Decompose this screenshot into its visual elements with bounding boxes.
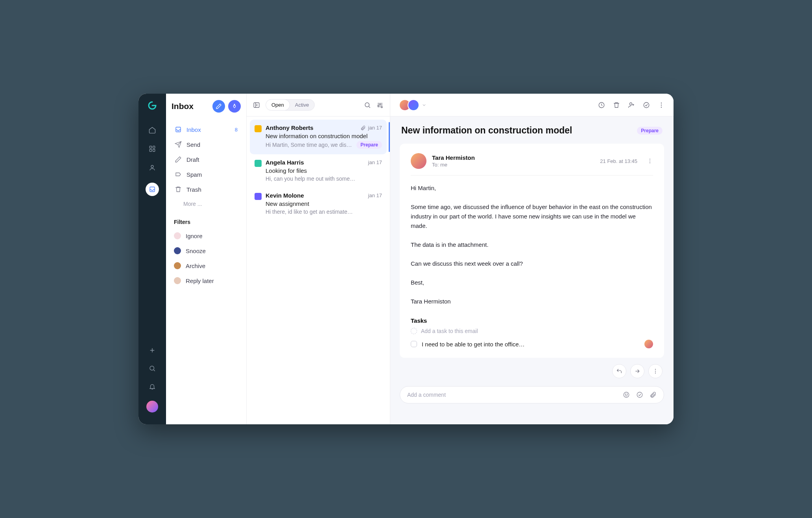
more-icon[interactable] (658, 102, 665, 109)
inbox-icon[interactable] (146, 183, 159, 196)
filter-dot (174, 277, 181, 284)
svg-point-19 (650, 161, 650, 161)
svg-point-15 (661, 102, 662, 103)
conversation-list: Anthony Roberts jan 17 New information o… (247, 117, 390, 424)
draft-icon (175, 156, 182, 163)
seg-active[interactable]: Active (290, 100, 314, 110)
tasks-heading: Tasks (411, 317, 653, 324)
svg-point-25 (625, 394, 626, 395)
home-icon[interactable] (148, 126, 156, 134)
nav-spam[interactable]: Spam (172, 168, 241, 181)
svg-point-5 (150, 366, 154, 370)
reply-button[interactable] (612, 364, 626, 378)
attach-icon[interactable] (650, 391, 657, 398)
nav-inbox[interactable]: Inbox 8 (172, 123, 241, 136)
mark-done-icon[interactable] (643, 102, 650, 109)
email-date: 21 Feb. at 13:45 (600, 158, 637, 164)
svg-point-18 (650, 159, 650, 159)
comment-bar (400, 386, 664, 403)
conversation-subject: New assignment (266, 200, 382, 207)
clock-icon[interactable] (598, 102, 605, 109)
app-logo (148, 101, 157, 110)
svg-rect-0 (149, 146, 151, 148)
svg-point-22 (655, 371, 656, 372)
profile-icon[interactable] (148, 164, 156, 172)
filter-reply-later[interactable]: Reply later (172, 274, 241, 287)
svg-point-13 (630, 103, 632, 105)
conversation-sender: Anthony Roberts (266, 124, 358, 131)
svg-point-27 (637, 392, 642, 398)
email-more-icon[interactable] (647, 158, 653, 164)
check-icon[interactable] (636, 391, 643, 398)
conversation-date: jan 17 (368, 125, 382, 131)
delete-icon[interactable] (613, 102, 620, 109)
sidebar: Inbox Inbox 8 Send Draft (166, 94, 247, 424)
filter-snooze[interactable]: Snooze (172, 244, 241, 257)
svg-rect-1 (153, 146, 155, 148)
send-icon (175, 141, 182, 148)
svg-point-24 (624, 392, 629, 398)
compose-button[interactable] (212, 100, 225, 113)
collapse-icon[interactable] (253, 102, 260, 109)
nav-label: Trash (186, 186, 201, 193)
quick-action-button[interactable] (228, 100, 241, 113)
svg-point-10 (380, 104, 381, 105)
conversation-date: jan 17 (368, 192, 382, 198)
conversation-item[interactable]: Kevin Molone jan 17 New assignment Hi th… (250, 187, 387, 220)
nav-draft[interactable]: Draft (172, 153, 241, 166)
svg-point-17 (661, 107, 662, 107)
conversation-preview: Hi there, id like to get an estimate… (266, 209, 382, 215)
conversation-subject: Looking for files (266, 167, 382, 174)
filter-list: Ignore Snooze Archive Reply later (172, 229, 241, 287)
add-task-placeholder: Add a task to this email (421, 328, 478, 334)
seg-open[interactable]: Open (266, 100, 290, 110)
search-icon[interactable] (148, 364, 156, 372)
user-avatar[interactable] (146, 401, 158, 413)
conversation-item[interactable]: Angela Harris jan 17 Looking for files H… (250, 154, 387, 187)
filter-ignore[interactable]: Ignore (172, 229, 241, 242)
svg-point-6 (234, 104, 235, 105)
svg-point-8 (365, 103, 369, 107)
filter-label: Snooze (186, 248, 206, 254)
svg-point-9 (378, 105, 379, 106)
nav-more[interactable]: More ... (172, 198, 241, 210)
spam-icon (175, 171, 182, 178)
svg-point-20 (650, 163, 650, 163)
filter-dot (174, 262, 181, 269)
conversation-item[interactable]: Anthony Roberts jan 17 New information o… (250, 120, 387, 154)
chevron-down-icon (422, 103, 426, 107)
participant-avatars[interactable] (399, 99, 426, 111)
nav-trash[interactable]: Trash (172, 183, 241, 196)
app-window: Inbox Inbox 8 Send Draft (138, 94, 674, 424)
conversation-date: jan 17 (368, 159, 382, 165)
task-row[interactable]: I need to be able to get into the office… (411, 340, 653, 348)
forward-button[interactable] (630, 364, 644, 378)
to-line: To: me (432, 162, 475, 168)
add-task-row[interactable]: Add a task to this email (411, 328, 653, 334)
nav-count: 8 (235, 127, 238, 133)
task-checkbox[interactable] (411, 341, 417, 347)
reading-toolbar (390, 94, 674, 117)
nav-send[interactable]: Send (172, 138, 241, 151)
list-search-icon[interactable] (364, 102, 371, 109)
conversation-tag: Prepare (356, 141, 382, 149)
conversation-preview: Hi, can you help me out with some… (266, 176, 382, 182)
emoji-icon[interactable] (623, 391, 630, 398)
filter-archive[interactable]: Archive (172, 259, 241, 272)
svg-point-21 (655, 369, 656, 370)
add-person-icon[interactable] (628, 102, 635, 109)
conversation-preview: Hi Martin, Some time ago, we disc… (266, 142, 353, 148)
plus-icon[interactable] (148, 346, 156, 354)
svg-point-4 (151, 165, 153, 168)
apps-icon[interactable] (148, 145, 156, 153)
email-meta: Tara Hermiston To: me 21 Feb. at 13:45 (411, 153, 653, 176)
action-more-button[interactable] (648, 364, 663, 378)
bell-icon[interactable] (148, 383, 156, 390)
comment-input[interactable] (407, 392, 623, 398)
task-assignee-avatar (644, 340, 653, 348)
filter-icon[interactable] (376, 102, 384, 109)
svg-point-23 (655, 373, 656, 374)
sidebar-title: Inbox (172, 102, 209, 111)
email-body: Hi Martin, Some time ago, we discussed t… (411, 176, 653, 309)
sender-avatar (255, 160, 262, 167)
